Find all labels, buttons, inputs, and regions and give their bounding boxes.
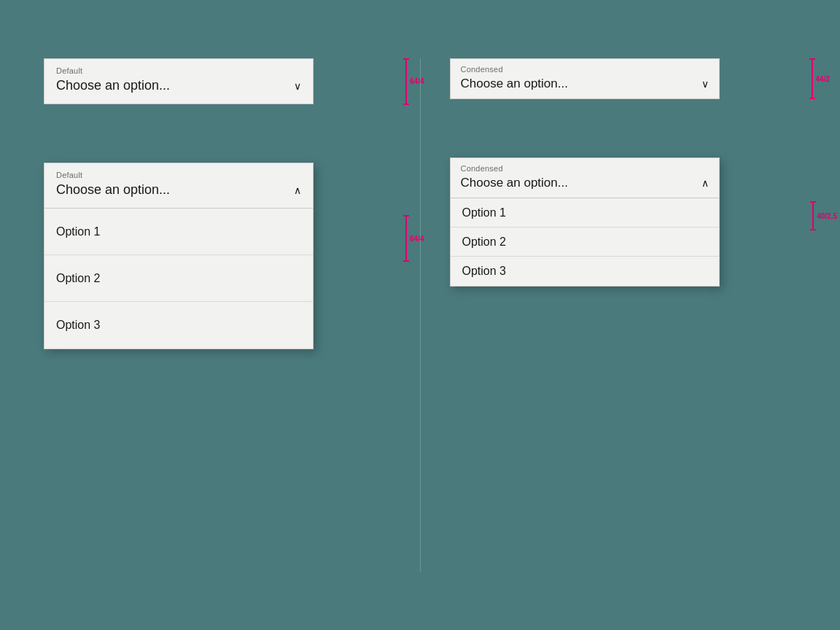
default-open-row: Choose an option... ∧	[56, 182, 301, 198]
condensed-option-3[interactable]: Option 3	[451, 257, 719, 286]
condensed-option-2[interactable]: Option 2	[451, 228, 719, 257]
default-collapsed-text: Choose an option...	[56, 78, 170, 93]
default-open-wrapper: Default Choose an option... ∧ Option 1 O…	[44, 163, 391, 349]
default-open-options: Option 1 Option 2 Option 3	[44, 208, 313, 349]
condensed-option-2-label: Option 2	[462, 236, 506, 249]
default-collapsed-annotation: 64/4	[405, 58, 424, 104]
default-collapsed-header[interactable]: Default Choose an option... ∨	[44, 59, 313, 104]
condensed-collapsed-anno-label: 44/2	[816, 75, 830, 83]
condensed-collapsed-row: Choose an option... ∨	[461, 77, 709, 91]
default-collapsed-row: Choose an option... ∨	[56, 78, 301, 93]
condensed-open-options: Option 1 Option 2 Option 3	[451, 198, 719, 286]
default-collapsed-label: Default	[56, 66, 301, 75]
left-column: Default Choose an option... ∨ 64/4 Defau…	[44, 58, 420, 572]
condensed-option-3-label: Option 3	[462, 265, 506, 278]
condensed-open-anno-line	[812, 201, 814, 230]
condensed-option-1[interactable]: Option 1	[451, 198, 719, 228]
default-option-1-label: Option 1	[56, 225, 100, 238]
default-option-2[interactable]: Option 2	[44, 255, 313, 302]
condensed-collapsed-chevron: ∨	[701, 78, 709, 90]
condensed-open-annotation: 40/2.5	[812, 201, 837, 230]
right-column: Condensed Choose an option... ∨ 44/2 Con…	[420, 58, 797, 572]
default-option-3[interactable]: Option 3	[44, 302, 313, 349]
default-collapsed-wrapper: Default Choose an option... ∨ 64/4	[44, 58, 391, 104]
default-open-chevron: ∧	[294, 184, 301, 196]
default-collapsed-chevron: ∨	[294, 80, 301, 92]
default-collapsed-anno-line	[405, 58, 407, 105]
default-open-text: Choose an option...	[56, 182, 170, 198]
condensed-collapsed-dropdown[interactable]: Condensed Choose an option... ∨	[450, 58, 720, 99]
default-collapsed-dropdown[interactable]: Default Choose an option... ∨	[44, 58, 314, 104]
default-option-1[interactable]: Option 1	[44, 209, 313, 255]
default-open-dropdown[interactable]: Default Choose an option... ∧ Option 1 O…	[44, 163, 314, 349]
main-layout: Default Choose an option... ∨ 64/4 Defau…	[0, 0, 840, 630]
default-open-annotation: 64/4	[405, 215, 424, 262]
condensed-open-wrapper: Condensed Choose an option... ∧ Option 1…	[450, 158, 797, 287]
default-collapsed-anno-label: 64/4	[410, 77, 424, 85]
condensed-open-dropdown[interactable]: Condensed Choose an option... ∧ Option 1…	[450, 158, 720, 287]
default-open-anno-line	[405, 215, 407, 262]
condensed-open-header[interactable]: Condensed Choose an option... ∧	[451, 158, 719, 198]
condensed-collapsed-wrapper: Condensed Choose an option... ∨ 44/2	[450, 58, 797, 99]
condensed-collapsed-label: Condensed	[461, 65, 709, 74]
default-option-3-label: Option 3	[56, 319, 100, 332]
default-open-anno-label: 64/4	[410, 235, 424, 243]
condensed-open-chevron: ∧	[701, 177, 709, 189]
condensed-open-anno-label: 40/2.5	[817, 212, 837, 220]
default-open-label: Default	[56, 171, 301, 179]
condensed-open-label: Condensed	[461, 164, 709, 173]
condensed-collapsed-anno-line	[812, 58, 813, 99]
condensed-option-1-label: Option 1	[462, 206, 506, 219]
condensed-collapsed-header[interactable]: Condensed Choose an option... ∨	[451, 59, 719, 98]
condensed-collapsed-text: Choose an option...	[461, 77, 568, 91]
default-open-header[interactable]: Default Choose an option... ∧	[44, 163, 313, 208]
default-option-2-label: Option 2	[56, 272, 100, 285]
condensed-open-text: Choose an option...	[461, 176, 568, 190]
condensed-open-row: Choose an option... ∧	[461, 176, 709, 190]
condensed-collapsed-annotation: 44/2	[812, 58, 830, 99]
